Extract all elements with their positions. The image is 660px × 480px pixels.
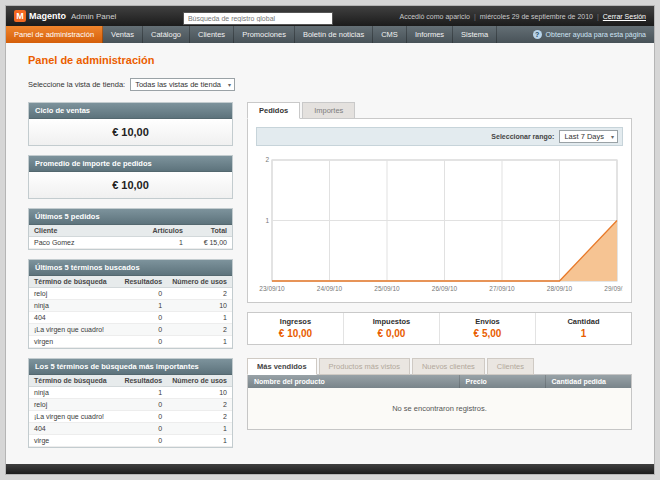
- lifetime-sales-value: € 10,00: [29, 119, 232, 145]
- grid-column-header[interactable]: Nombre del producto: [248, 375, 459, 388]
- stat-label: Envíos: [440, 317, 535, 326]
- column-header: Término de búsqueda: [29, 375, 119, 387]
- table-row[interactable]: virge 0 1: [29, 435, 232, 447]
- orders-chart-svg: 23/09/1024/09/1025/09/1026/09/1027/09/10…: [256, 154, 623, 294]
- top-search-terms-box: Los 5 términos de búsqueda más important…: [28, 358, 233, 448]
- box-title: Ciclo de ventas: [29, 103, 232, 119]
- magento-logo-icon: M: [14, 10, 26, 22]
- lifetime-sales-box: Ciclo de ventas € 10,00: [28, 102, 233, 146]
- store-switcher-label: Seleccione la vista de tienda:: [28, 80, 125, 89]
- global-search-input[interactable]: [183, 12, 333, 25]
- table-row[interactable]: ¡La virgen que cuadro! 0 2: [29, 411, 232, 423]
- column-header: Término de búsqueda: [29, 276, 119, 288]
- help-label: Obtener ayuda para esta página: [546, 31, 646, 38]
- brand-name: Magento: [29, 11, 66, 21]
- admin-page: M Magento Admin Panel Accedió como apari…: [5, 5, 655, 475]
- stat-value: € 0,00: [344, 328, 439, 339]
- svg-text:25/09/10: 25/09/10: [374, 285, 400, 292]
- average-orders-value: € 10,00: [29, 172, 232, 198]
- column-header: Total: [188, 225, 232, 237]
- admin-header: M Magento Admin Panel Accedió como apari…: [6, 6, 654, 26]
- table-row[interactable]: ninja 1 10: [29, 387, 232, 399]
- header-date: miércoles 29 de septiembre de 2010: [480, 13, 593, 20]
- table-row[interactable]: 404 0 1: [29, 423, 232, 435]
- nav-item[interactable]: Boletín de noticias: [295, 26, 373, 43]
- admin-footer: [6, 464, 654, 474]
- magento-logo: M Magento Admin Panel: [14, 10, 116, 22]
- range-select[interactable]: Last 7 Days: [559, 130, 618, 143]
- table-row[interactable]: ninja 1 10: [29, 300, 232, 312]
- chart-tab[interactable]: Importes: [302, 102, 355, 119]
- column-header: Resultados: [119, 276, 167, 288]
- nav-item[interactable]: Ventas: [103, 26, 143, 43]
- header-meta: Accedió como aparicio miércoles 29 de se…: [399, 13, 646, 20]
- grid-column-header[interactable]: Cantidad pedida: [545, 375, 631, 388]
- main-nav: Panel de administración Ventas Catálogo …: [6, 26, 654, 43]
- nav-item[interactable]: Panel de administración: [6, 26, 103, 43]
- stat-cell: Envíos € 5,00: [440, 313, 536, 344]
- chart-tabs: Pedidos Importes: [247, 102, 632, 119]
- table-row[interactable]: reloj 0 2: [29, 399, 232, 411]
- column-header: Cliente: [29, 225, 135, 237]
- grid-tab[interactable]: Clientes: [487, 358, 534, 375]
- dashboard-right-column: Pedidos Importes Seleccionar rango: Last…: [247, 102, 632, 430]
- dashboard-left-column: Ciclo de ventas € 10,00 Promedio de impo…: [28, 102, 233, 448]
- store-view-select[interactable]: Todas las vistas de tienda: [130, 78, 235, 91]
- stat-cell: Impuestos € 0,00: [344, 313, 440, 344]
- logout-link[interactable]: Cerrar Sesión: [603, 13, 646, 20]
- content-area: Panel de administración Seleccione la vi…: [6, 43, 654, 464]
- svg-text:1: 1: [265, 217, 269, 224]
- grid-tab[interactable]: Nuevos clientes: [412, 358, 485, 375]
- stat-label: Cantidad: [536, 317, 631, 326]
- grid-tabs: Más vendidos Productos más vistos Nuevos…: [247, 358, 632, 375]
- range-value: Last 7 Days: [564, 132, 604, 141]
- column-header: Resultados: [119, 375, 167, 387]
- column-header: Artículos: [135, 225, 188, 237]
- store-view-value: Todas las vistas de tienda: [135, 80, 221, 89]
- nav-item[interactable]: Sistema: [453, 26, 497, 43]
- brand-suffix: Admin Panel: [71, 12, 116, 21]
- grid-tab[interactable]: Más vendidos: [247, 358, 317, 375]
- stat-cell: Cantidad 1: [536, 313, 631, 344]
- dashboard: Ciclo de ventas € 10,00 Promedio de impo…: [28, 102, 632, 448]
- top-search-terms-table: Término de búsqueda Resultados Número de…: [29, 375, 232, 447]
- grid-tab[interactable]: Productos más vistos: [319, 358, 410, 375]
- range-label: Seleccionar rango:: [491, 133, 554, 140]
- orders-tab-panel: Seleccionar rango: Last 7 Days 23/09/102…: [247, 118, 632, 303]
- nav-item[interactable]: Catálogo: [143, 26, 190, 43]
- column-header: Número de usos: [167, 375, 232, 387]
- nav-menu: Panel de administración Ventas Catálogo …: [6, 26, 497, 43]
- totals-bar: Ingresos € 10,00 Impuestos € 0,00 Envíos…: [247, 312, 632, 345]
- last-search-terms-table: Término de búsqueda Resultados Número de…: [29, 276, 232, 348]
- box-title: Promedio de importe de pedidos: [29, 156, 232, 172]
- table-row[interactable]: 404 0 1: [29, 312, 232, 324]
- empty-message: No se encontraron registros.: [248, 388, 631, 429]
- chart-tab[interactable]: Pedidos: [247, 102, 300, 119]
- nav-item[interactable]: Promociones: [234, 26, 295, 43]
- box-title: Últimos 5 términos buscados: [29, 260, 232, 276]
- logged-in-text: Accedió como aparicio: [399, 13, 469, 20]
- svg-text:23/09/10: 23/09/10: [259, 285, 285, 292]
- global-search: [183, 7, 333, 25]
- nav-item[interactable]: Clientes: [190, 26, 234, 43]
- range-toolbar: Seleccionar rango: Last 7 Days: [256, 127, 623, 146]
- svg-text:2: 2: [265, 156, 269, 163]
- svg-text:26/09/10: 26/09/10: [432, 285, 458, 292]
- last-search-terms-box: Últimos 5 términos buscados Término de b…: [28, 259, 233, 349]
- table-row[interactable]: reloj 0 2: [29, 288, 232, 300]
- nav-item[interactable]: CMS: [373, 26, 407, 43]
- last-orders-table: Cliente Artículos Total Paco Gomez 1: [29, 225, 232, 249]
- nav-item[interactable]: Informes: [407, 26, 453, 43]
- stat-value: 1: [536, 328, 631, 339]
- table-row[interactable]: ¡La virgen que cuadro! 0 2: [29, 324, 232, 336]
- last-orders-box: Últimos 5 pedidos Cliente Artículos Tota…: [28, 208, 233, 250]
- table-row[interactable]: virgen 0 1: [29, 336, 232, 348]
- svg-text:28/09/10: 28/09/10: [547, 285, 573, 292]
- svg-text:24/09/10: 24/09/10: [317, 285, 343, 292]
- stat-value: € 5,00: [440, 328, 535, 339]
- box-title: Los 5 términos de búsqueda más important…: [29, 359, 232, 375]
- grid-column-header[interactable]: Precio: [459, 375, 545, 388]
- help-link[interactable]: ? Obtener ayuda para esta página: [525, 26, 654, 43]
- average-orders-box: Promedio de importe de pedidos € 10,00: [28, 155, 233, 199]
- table-row[interactable]: Paco Gomez 1 € 15,00: [29, 237, 232, 249]
